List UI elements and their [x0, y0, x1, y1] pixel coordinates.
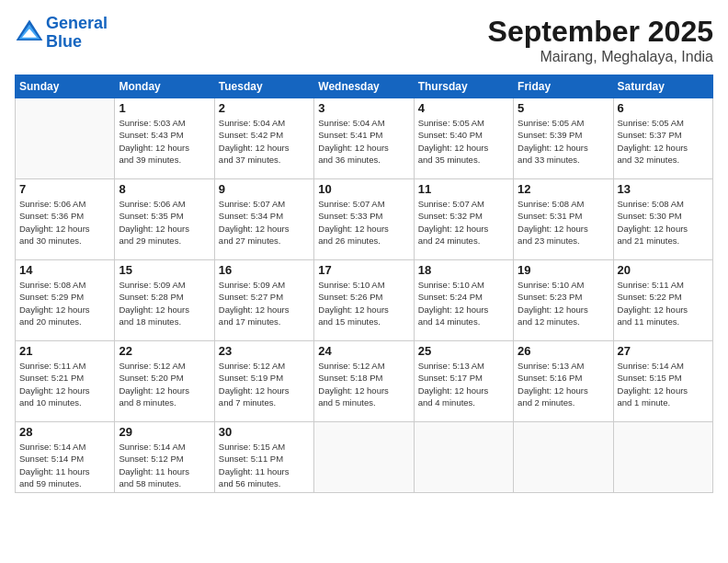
day-number: 30: [219, 425, 310, 439]
calendar-cell: 22Sunrise: 5:12 AM Sunset: 5:20 PM Dayli…: [115, 341, 214, 422]
calendar-cell: 11Sunrise: 5:07 AM Sunset: 5:32 PM Dayli…: [414, 179, 513, 260]
month-title: September 2025: [488, 15, 713, 49]
calendar-cell: 16Sunrise: 5:09 AM Sunset: 5:27 PM Dayli…: [214, 260, 313, 341]
day-number: 8: [119, 182, 210, 196]
calendar-cell: 8Sunrise: 5:06 AM Sunset: 5:35 PM Daylig…: [115, 179, 214, 260]
day-info: Sunrise: 5:11 AM Sunset: 5:21 PM Dayligh…: [19, 360, 110, 408]
calendar-cell: 1Sunrise: 5:03 AM Sunset: 5:43 PM Daylig…: [115, 98, 214, 179]
day-number: 24: [318, 344, 409, 358]
day-info: Sunrise: 5:10 AM Sunset: 5:26 PM Dayligh…: [318, 279, 409, 327]
weekday-header-monday: Monday: [115, 75, 214, 98]
day-info: Sunrise: 5:09 AM Sunset: 5:28 PM Dayligh…: [119, 279, 210, 327]
calendar-cell: 3Sunrise: 5:04 AM Sunset: 5:41 PM Daylig…: [314, 98, 414, 179]
calendar-cell: 20Sunrise: 5:11 AM Sunset: 5:22 PM Dayli…: [613, 260, 712, 341]
day-number: 5: [518, 101, 609, 115]
calendar-table: SundayMondayTuesdayWednesdayThursdayFrid…: [15, 75, 713, 493]
day-info: Sunrise: 5:07 AM Sunset: 5:32 PM Dayligh…: [418, 198, 509, 247]
calendar-cell: 17Sunrise: 5:10 AM Sunset: 5:26 PM Dayli…: [314, 260, 414, 341]
weekday-header-saturday: Saturday: [613, 75, 712, 98]
day-info: Sunrise: 5:14 AM Sunset: 5:12 PM Dayligh…: [119, 441, 210, 489]
day-info: Sunrise: 5:13 AM Sunset: 5:16 PM Dayligh…: [518, 360, 609, 408]
logo-text: General Blue: [46, 15, 108, 52]
day-info: Sunrise: 5:07 AM Sunset: 5:33 PM Dayligh…: [318, 198, 409, 247]
day-number: 18: [418, 263, 509, 277]
calendar-week-4: 21Sunrise: 5:11 AM Sunset: 5:21 PM Dayli…: [16, 341, 713, 422]
day-number: 7: [19, 182, 110, 196]
calendar-week-5: 28Sunrise: 5:14 AM Sunset: 5:14 PM Dayli…: [16, 422, 713, 493]
calendar-cell: 4Sunrise: 5:05 AM Sunset: 5:40 PM Daylig…: [414, 98, 513, 179]
day-number: 13: [618, 182, 709, 196]
day-info: Sunrise: 5:14 AM Sunset: 5:15 PM Dayligh…: [618, 360, 709, 408]
day-number: 10: [318, 182, 409, 196]
calendar-cell: 24Sunrise: 5:12 AM Sunset: 5:18 PM Dayli…: [314, 341, 414, 422]
day-info: Sunrise: 5:15 AM Sunset: 5:11 PM Dayligh…: [219, 441, 310, 489]
calendar-cell: 6Sunrise: 5:05 AM Sunset: 5:37 PM Daylig…: [613, 98, 712, 179]
calendar-cell: 2Sunrise: 5:04 AM Sunset: 5:42 PM Daylig…: [214, 98, 313, 179]
day-info: Sunrise: 5:05 AM Sunset: 5:40 PM Dayligh…: [418, 117, 509, 166]
day-number: 1: [119, 101, 210, 115]
day-number: 17: [318, 263, 409, 277]
day-info: Sunrise: 5:08 AM Sunset: 5:29 PM Dayligh…: [19, 279, 110, 327]
calendar-cell: [414, 422, 513, 493]
day-info: Sunrise: 5:06 AM Sunset: 5:36 PM Dayligh…: [19, 198, 110, 247]
day-number: 27: [618, 344, 709, 358]
calendar-cell: [613, 422, 712, 493]
day-number: 9: [219, 182, 310, 196]
calendar-cell: 10Sunrise: 5:07 AM Sunset: 5:33 PM Dayli…: [314, 179, 414, 260]
day-number: 2: [219, 101, 310, 115]
day-info: Sunrise: 5:05 AM Sunset: 5:39 PM Dayligh…: [518, 117, 609, 166]
calendar-cell: 13Sunrise: 5:08 AM Sunset: 5:30 PM Dayli…: [613, 179, 712, 260]
weekday-header-tuesday: Tuesday: [214, 75, 313, 98]
location-subtitle: Mairang, Meghalaya, India: [488, 49, 713, 65]
day-number: 6: [618, 101, 709, 115]
day-info: Sunrise: 5:10 AM Sunset: 5:23 PM Dayligh…: [518, 279, 609, 327]
day-info: Sunrise: 5:08 AM Sunset: 5:30 PM Dayligh…: [618, 198, 709, 247]
day-info: Sunrise: 5:04 AM Sunset: 5:42 PM Dayligh…: [219, 117, 310, 166]
day-info: Sunrise: 5:14 AM Sunset: 5:14 PM Dayligh…: [19, 441, 110, 489]
calendar-cell: 9Sunrise: 5:07 AM Sunset: 5:34 PM Daylig…: [214, 179, 313, 260]
logo-icon: [15, 18, 44, 48]
day-number: 11: [418, 182, 509, 196]
calendar-cell: 30Sunrise: 5:15 AM Sunset: 5:11 PM Dayli…: [214, 422, 313, 493]
weekday-header-friday: Friday: [514, 75, 613, 98]
day-info: Sunrise: 5:09 AM Sunset: 5:27 PM Dayligh…: [219, 279, 310, 327]
day-number: 12: [518, 182, 609, 196]
calendar-cell: 25Sunrise: 5:13 AM Sunset: 5:17 PM Dayli…: [414, 341, 513, 422]
day-number: 25: [418, 344, 509, 358]
day-number: 3: [318, 101, 409, 115]
day-info: Sunrise: 5:07 AM Sunset: 5:34 PM Dayligh…: [219, 198, 310, 247]
day-number: 21: [19, 344, 110, 358]
calendar-cell: 26Sunrise: 5:13 AM Sunset: 5:16 PM Dayli…: [514, 341, 613, 422]
calendar-cell: 19Sunrise: 5:10 AM Sunset: 5:23 PM Dayli…: [514, 260, 613, 341]
calendar-header: SundayMondayTuesdayWednesdayThursdayFrid…: [16, 75, 713, 98]
calendar-cell: 5Sunrise: 5:05 AM Sunset: 5:39 PM Daylig…: [514, 98, 613, 179]
day-info: Sunrise: 5:08 AM Sunset: 5:31 PM Dayligh…: [518, 198, 609, 247]
calendar-cell: 27Sunrise: 5:14 AM Sunset: 5:15 PM Dayli…: [613, 341, 712, 422]
calendar-cell: 15Sunrise: 5:09 AM Sunset: 5:28 PM Dayli…: [115, 260, 214, 341]
day-info: Sunrise: 5:13 AM Sunset: 5:17 PM Dayligh…: [418, 360, 509, 408]
calendar-cell: 21Sunrise: 5:11 AM Sunset: 5:21 PM Dayli…: [16, 341, 115, 422]
calendar-cell: [16, 98, 115, 179]
calendar-week-1: 1Sunrise: 5:03 AM Sunset: 5:43 PM Daylig…: [16, 98, 713, 179]
day-number: 19: [518, 263, 609, 277]
day-info: Sunrise: 5:12 AM Sunset: 5:20 PM Dayligh…: [119, 360, 210, 408]
calendar-cell: 23Sunrise: 5:12 AM Sunset: 5:19 PM Dayli…: [214, 341, 313, 422]
day-info: Sunrise: 5:03 AM Sunset: 5:43 PM Dayligh…: [119, 117, 210, 166]
day-info: Sunrise: 5:06 AM Sunset: 5:35 PM Dayligh…: [119, 198, 210, 247]
calendar-cell: 14Sunrise: 5:08 AM Sunset: 5:29 PM Dayli…: [16, 260, 115, 341]
day-number: 28: [19, 425, 110, 439]
day-number: 4: [418, 101, 509, 115]
weekday-header-thursday: Thursday: [414, 75, 513, 98]
day-info: Sunrise: 5:12 AM Sunset: 5:19 PM Dayligh…: [219, 360, 310, 408]
calendar-week-2: 7Sunrise: 5:06 AM Sunset: 5:36 PM Daylig…: [16, 179, 713, 260]
day-number: 26: [518, 344, 609, 358]
day-info: Sunrise: 5:04 AM Sunset: 5:41 PM Dayligh…: [318, 117, 409, 166]
day-info: Sunrise: 5:11 AM Sunset: 5:22 PM Dayligh…: [618, 279, 709, 327]
day-number: 22: [119, 344, 210, 358]
calendar-body: 1Sunrise: 5:03 AM Sunset: 5:43 PM Daylig…: [16, 98, 713, 493]
logo-line2: Blue: [46, 32, 82, 51]
day-info: Sunrise: 5:05 AM Sunset: 5:37 PM Dayligh…: [618, 117, 709, 166]
calendar-cell: 29Sunrise: 5:14 AM Sunset: 5:12 PM Dayli…: [115, 422, 214, 493]
calendar-cell: 7Sunrise: 5:06 AM Sunset: 5:36 PM Daylig…: [16, 179, 115, 260]
day-info: Sunrise: 5:10 AM Sunset: 5:24 PM Dayligh…: [418, 279, 509, 327]
